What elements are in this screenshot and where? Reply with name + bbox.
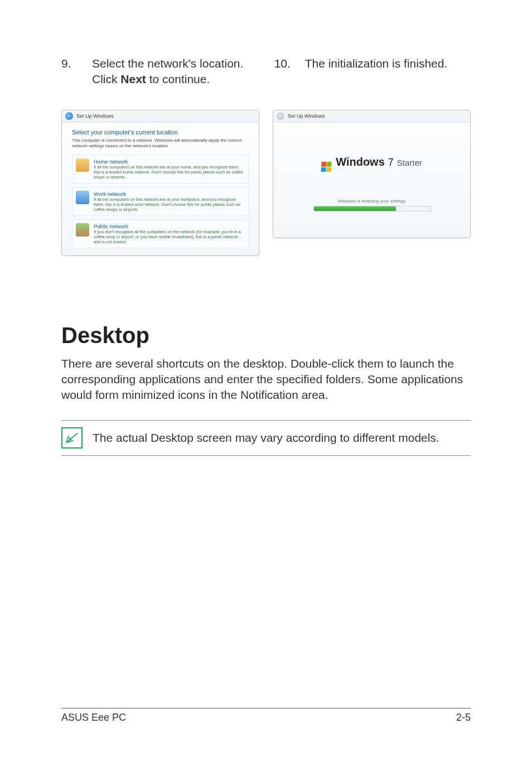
footer-left: ASUS Eee PC xyxy=(61,712,126,724)
window-title: Set Up Windows xyxy=(288,113,325,119)
windows-flag-icon xyxy=(321,162,332,172)
step-text: The initialization is finished. xyxy=(305,56,471,88)
option-desc: If all the computers on this network are… xyxy=(94,197,245,212)
home-icon xyxy=(76,158,89,172)
option-desc: If you don't recognize all the computers… xyxy=(94,229,245,244)
wizard-subtext: This computer is connected to a network.… xyxy=(72,138,249,150)
footer-right: 2-5 xyxy=(456,712,471,724)
step-number: 9. xyxy=(61,56,92,88)
wizard-footer-hint: If you aren't sure, select Public networ… xyxy=(62,255,259,255)
bench-icon xyxy=(76,223,89,237)
note-icon xyxy=(61,427,83,449)
option-work-network[interactable]: Work network If all the computers on thi… xyxy=(72,187,249,216)
option-title: Home network xyxy=(94,158,245,165)
wizard-heading: Select your computer's current location xyxy=(72,129,249,136)
back-icon[interactable]: ← xyxy=(65,112,73,120)
option-title: Public network xyxy=(94,223,245,229)
back-icon: ← xyxy=(277,112,284,120)
section-heading: Desktop xyxy=(61,323,471,348)
note-text: The actual Desktop screen may vary accor… xyxy=(93,430,439,446)
progress-label: Windows is finalizing your settings xyxy=(313,199,431,204)
step-text: Select the network's location. Click Nex… xyxy=(92,56,258,88)
screenshot-finalizing: ← Set Up Windows Windows 7 Starter Windo… xyxy=(273,110,471,238)
window-titlebar: ← Set Up Windows xyxy=(273,110,470,122)
page-footer: ASUS Eee PC 2-5 xyxy=(61,708,471,724)
option-home-network[interactable]: Home network If all the computers on thi… xyxy=(72,155,249,184)
step-number: 10. xyxy=(274,56,305,88)
section-body: There are several shortcuts on the deskt… xyxy=(61,356,471,403)
progress-bar xyxy=(313,206,432,211)
screenshot-network-location: ← Set Up Windows Select your computer's … xyxy=(61,110,259,256)
briefcase-icon xyxy=(76,191,89,204)
option-title: Work network xyxy=(94,191,245,197)
window-titlebar: ← Set Up Windows xyxy=(62,110,259,122)
note-box: The actual Desktop screen may vary accor… xyxy=(61,420,471,456)
step-9: 9. Select the network's location. Click … xyxy=(61,56,258,88)
window-title: Set Up Windows xyxy=(76,113,114,119)
step-10: 10. The initialization is finished. xyxy=(274,56,471,88)
option-public-network[interactable]: Public network If you don't recognize al… xyxy=(72,219,249,248)
windows-brand: Windows 7 Starter xyxy=(321,156,422,171)
option-desc: If all the computers on this network are… xyxy=(94,165,245,180)
